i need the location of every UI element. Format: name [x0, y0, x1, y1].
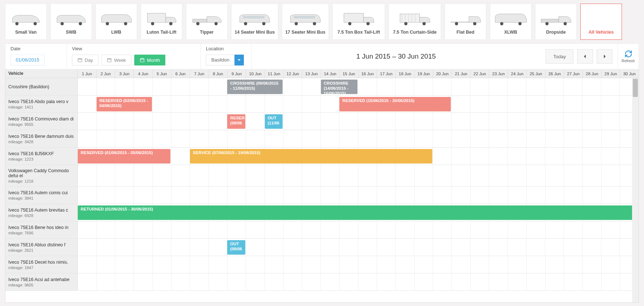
day-cell[interactable] [546, 187, 564, 204]
date-input[interactable]: 01/06/2015 [10, 55, 45, 65]
day-cell[interactable] [115, 113, 134, 130]
day-cell[interactable] [190, 165, 209, 186]
day-cell[interactable] [358, 78, 377, 95]
schedule-event[interactable]: RESERVED (15/06/2015 - 20/06/2015) [339, 97, 451, 111]
day-cell[interactable] [545, 113, 564, 130]
day-cell[interactable] [395, 78, 414, 95]
day-cell[interactable] [508, 130, 527, 147]
vehicle-filter-7-5-ton-box-tail-lift[interactable]: 7.5 Ton Box Tail-Lift [332, 4, 385, 40]
day-cell[interactable] [489, 239, 508, 256]
day-cell[interactable] [415, 130, 433, 147]
day-cell[interactable] [583, 165, 602, 186]
day-cell[interactable] [321, 187, 340, 204]
day-cell[interactable] [340, 130, 359, 147]
day-cell[interactable] [153, 95, 171, 112]
day-cell[interactable] [527, 130, 546, 147]
schedule-event[interactable]: RESERVED (01/06/2015 - 05/06/2015) [78, 149, 170, 163]
day-cell[interactable] [302, 256, 321, 273]
day-cell[interactable] [283, 113, 302, 130]
chevron-down-icon[interactable] [234, 55, 244, 65]
day-cell[interactable] [339, 113, 358, 130]
day-cell[interactable] [564, 113, 582, 130]
day-cell[interactable] [284, 273, 302, 290]
day-cell[interactable] [415, 273, 433, 290]
day-cell[interactable] [545, 239, 564, 256]
day-cell[interactable] [283, 78, 302, 95]
day-cell[interactable] [433, 256, 452, 273]
day-cell[interactable] [153, 165, 171, 186]
day-cell[interactable] [415, 221, 433, 238]
vehicle-cell[interactable]: Iveco 75E16 Abluo distineo fmileage: 262… [5, 239, 78, 256]
day-cell[interactable] [171, 148, 190, 165]
day-cell[interactable] [209, 165, 228, 186]
day-cell[interactable] [582, 148, 601, 165]
day-cell[interactable] [527, 273, 546, 290]
vehicle-cell[interactable]: Iveco 75E16 Bene damnum duismileage: 342… [5, 130, 78, 147]
day-cell[interactable] [302, 187, 321, 204]
day-cell[interactable] [97, 165, 115, 186]
vehicle-cell[interactable]: Iveco 75E16 Commoveo diam dimileage: 955… [5, 113, 78, 130]
schedule-event[interactable]: CROSSHIRE (09/06/2015 - 11/06/2015) [227, 80, 283, 94]
day-cell[interactable] [433, 165, 452, 186]
day-cell[interactable] [508, 187, 527, 204]
day-cell[interactable] [321, 113, 340, 130]
day-cell[interactable] [78, 95, 97, 112]
day-cell[interactable] [508, 273, 527, 290]
day-cell[interactable] [452, 113, 470, 130]
day-cell[interactable] [489, 187, 508, 204]
day-cell[interactable] [302, 78, 321, 95]
vehicle-cell[interactable]: Iveco 75E16 Decet hos nimis.mileage: 184… [5, 256, 78, 273]
day-cell[interactable] [283, 95, 302, 112]
day-cell[interactable] [508, 148, 526, 165]
day-cell[interactable] [508, 221, 527, 238]
day-cell[interactable] [377, 221, 396, 238]
day-cell[interactable] [190, 78, 209, 95]
day-cell[interactable] [489, 95, 508, 112]
vehicle-filter-lwb[interactable]: LWB [96, 4, 137, 40]
day-cell[interactable] [246, 221, 265, 238]
day-cell[interactable] [564, 221, 583, 238]
day-cell[interactable] [97, 130, 115, 147]
day-cell[interactable] [582, 239, 601, 256]
day-cell[interactable] [97, 239, 115, 256]
day-cell[interactable] [602, 256, 620, 273]
day-cell[interactable] [115, 239, 134, 256]
day-cell[interactable] [359, 130, 377, 147]
day-cell[interactable] [265, 130, 284, 147]
day-cell[interactable] [265, 221, 284, 238]
day-cell[interactable] [489, 165, 508, 186]
day-cell[interactable] [489, 113, 508, 130]
vehicle-filter-17-seater-mini-bus[interactable]: 17 Seater Mini Bus [282, 4, 329, 40]
day-cell[interactable] [433, 148, 452, 165]
day-cell[interactable] [153, 130, 171, 147]
day-cell[interactable] [546, 130, 564, 147]
day-cell[interactable] [246, 165, 265, 186]
day-cell[interactable] [433, 239, 452, 256]
day-cell[interactable] [153, 273, 171, 290]
day-cell[interactable] [265, 187, 284, 204]
vehicle-filter-luton-tail-lift[interactable]: Luton Tail-Lift [141, 4, 182, 40]
day-cell[interactable] [302, 273, 321, 290]
today-button[interactable]: Today [546, 49, 573, 64]
schedule-event[interactable]: OUT (09/06 [227, 240, 245, 255]
day-cell[interactable] [359, 165, 377, 186]
day-cell[interactable] [601, 239, 620, 256]
scrollbar-thumb[interactable] [633, 79, 638, 97]
day-cell[interactable] [115, 130, 134, 147]
day-cell[interactable] [134, 256, 153, 273]
day-cell[interactable] [265, 239, 284, 256]
day-cell[interactable] [209, 221, 228, 238]
day-cell[interactable] [601, 95, 620, 112]
day-cell[interactable] [452, 95, 470, 112]
prev-button[interactable] [577, 49, 593, 64]
day-cell[interactable] [97, 187, 115, 204]
view-week-button[interactable]: Week [101, 55, 131, 65]
day-cell[interactable] [209, 273, 228, 290]
day-cell[interactable] [526, 95, 545, 112]
vehicle-cell[interactable]: Iveco 75E16 Abdo pala vero vmileage: 141… [5, 95, 78, 112]
day-cell[interactable] [396, 221, 415, 238]
day-cell[interactable] [489, 221, 508, 238]
day-cell[interactable] [153, 187, 171, 204]
day-cell[interactable] [171, 221, 190, 238]
day-cell[interactable] [433, 273, 452, 290]
